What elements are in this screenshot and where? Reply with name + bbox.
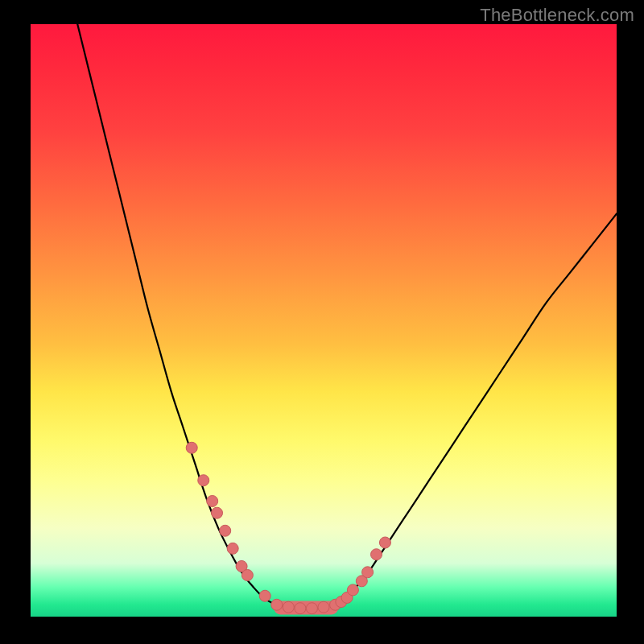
data-point xyxy=(295,603,306,614)
marker-group xyxy=(186,442,390,613)
plot-area xyxy=(31,24,617,617)
data-point xyxy=(379,537,390,548)
data-point xyxy=(227,543,238,554)
data-point xyxy=(259,590,270,601)
chart-svg xyxy=(31,24,617,617)
curve-right-branch-curve xyxy=(336,214,617,605)
data-point xyxy=(207,495,218,506)
data-point xyxy=(220,525,231,536)
chart-frame: TheBottleneck.com xyxy=(0,0,644,644)
watermark-text: TheBottleneck.com xyxy=(480,5,634,26)
curve-left-branch-curve xyxy=(77,24,277,605)
data-point xyxy=(362,567,374,578)
data-point xyxy=(242,569,253,580)
data-point xyxy=(306,603,317,614)
curve-group xyxy=(77,24,617,609)
data-point xyxy=(371,549,382,560)
data-point xyxy=(318,601,329,613)
data-point xyxy=(212,507,223,518)
data-point xyxy=(198,475,209,486)
data-point xyxy=(271,599,283,610)
data-point xyxy=(186,442,197,453)
data-point xyxy=(283,601,294,613)
data-point xyxy=(347,584,358,596)
